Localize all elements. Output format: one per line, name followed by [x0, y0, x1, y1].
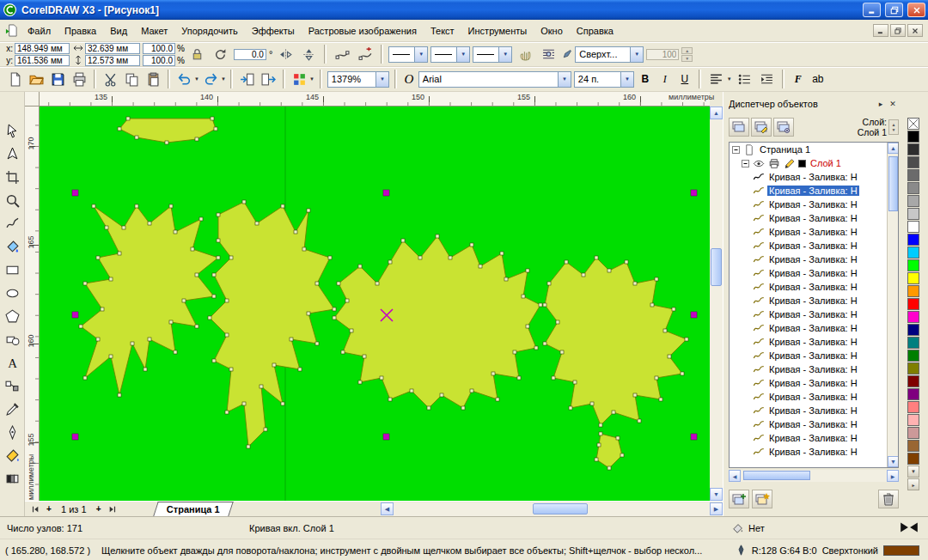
rotation-angle-input[interactable]	[234, 49, 266, 60]
horizontal-scroll-thumb[interactable]	[533, 503, 588, 514]
undo-button[interactable]	[174, 70, 194, 89]
object-tree-item[interactable]: Кривая - Заливка: Н	[730, 266, 898, 280]
copy-button[interactable]	[122, 70, 142, 89]
convert-to-curves-button[interactable]	[332, 44, 352, 64]
docker-flyout-button[interactable]: ▸	[875, 98, 887, 110]
object-tree-item[interactable]: Кривая - Заливка: Н	[730, 184, 898, 198]
reduce-nodes-button[interactable]	[355, 44, 375, 64]
print-button[interactable]	[70, 70, 89, 89]
palette-swatch[interactable]	[907, 440, 919, 452]
mirror-vertical-button[interactable]	[298, 44, 319, 64]
italic-button[interactable]: I	[656, 70, 674, 88]
palette-swatch[interactable]	[907, 234, 919, 246]
palette-swatch[interactable]	[907, 298, 919, 310]
palette-swatch[interactable]	[907, 221, 919, 233]
palette-swatch[interactable]	[907, 311, 919, 323]
palette-swatch[interactable]	[907, 259, 919, 271]
outline-pen-tool[interactable]	[3, 423, 22, 441]
palette-swatch[interactable]	[907, 388, 919, 400]
zoom-tool[interactable]	[3, 191, 22, 210]
tree-scroll-left-button[interactable]: ◀	[729, 470, 741, 482]
object-tree-item[interactable]: Кривая - Заливка: Н	[730, 362, 898, 376]
menu-item-2[interactable]: Вид	[103, 20, 134, 41]
undo-dropdown-icon[interactable]: ▼	[194, 76, 199, 82]
crop-tool[interactable]	[3, 167, 22, 186]
object-tree-item[interactable]: Кривая - Заливка: Н	[730, 307, 898, 321]
palette-swatch[interactable]	[907, 143, 919, 155]
menu-item-6[interactable]: Растровые изображения	[302, 20, 424, 41]
add-page-after-button[interactable]: +	[92, 502, 106, 515]
end-arrowhead-combo[interactable]: ▼	[473, 46, 512, 63]
tree-horizontal-scrollbar[interactable]: ◀ ▶	[729, 470, 899, 482]
object-tree-item[interactable]: Кривая - Заливка: Н	[730, 376, 898, 390]
object-tree-item[interactable]: Кривая - Заливка: Н	[730, 445, 898, 459]
palette-swatch[interactable]	[907, 195, 919, 207]
object-tree-item[interactable]: Кривая - Заливка: Н	[730, 294, 898, 307]
tree-page-node[interactable]: Страница 1	[730, 143, 898, 156]
polygon-tool[interactable]	[3, 307, 22, 326]
tree-layer-node[interactable]: Слой 1	[730, 156, 898, 170]
scroll-left-button[interactable]: ◀	[381, 502, 394, 515]
interactive-fill-tool[interactable]	[3, 469, 22, 488]
eyedropper-tool[interactable]	[3, 399, 22, 418]
save-button[interactable]	[48, 70, 68, 89]
scale-x-input[interactable]	[143, 43, 175, 54]
object-tree-item[interactable]: Кривая - Заливка: Н	[730, 198, 898, 211]
bold-button[interactable]: B	[637, 70, 654, 88]
palette-swatch[interactable]	[907, 247, 919, 259]
basic-shapes-tool[interactable]	[3, 330, 22, 349]
font-family-combo[interactable]: Arial▼	[418, 71, 571, 88]
printable-icon[interactable]	[767, 157, 780, 169]
new-master-layer-button[interactable]	[752, 490, 772, 508]
new-layer-button[interactable]	[729, 490, 749, 508]
collapse-icon[interactable]	[732, 146, 740, 154]
tree-scroll-thumb[interactable]	[888, 156, 898, 211]
vertical-scrollbar[interactable]: ▲ ▼	[710, 107, 723, 501]
scroll-down-button[interactable]: ▼	[710, 488, 723, 501]
mdi-minimize-button[interactable]	[873, 24, 888, 37]
tree-hscroll-thumb[interactable]	[743, 471, 810, 480]
edit-across-layers-button[interactable]	[751, 118, 772, 137]
y-position-input[interactable]	[15, 55, 70, 66]
drawing-canvas[interactable]	[40, 107, 710, 501]
indent-button[interactable]	[757, 70, 777, 89]
restore-button[interactable]	[885, 3, 903, 17]
object-tree-item[interactable]: Кривая - Заливка: Н	[730, 390, 898, 404]
paste-button[interactable]	[143, 70, 163, 89]
palette-swatch[interactable]	[907, 156, 919, 168]
character-formatting-button[interactable]: F	[790, 70, 807, 88]
docker-close-button[interactable]: ✕	[887, 98, 899, 110]
start-arrowhead-combo[interactable]: ▼	[388, 46, 428, 63]
page-tab[interactable]: Страница 1	[153, 502, 233, 516]
lock-ratio-button[interactable]	[187, 44, 208, 64]
menu-item-10[interactable]: Справка	[570, 20, 620, 41]
palette-swatch[interactable]	[907, 350, 919, 362]
layer-color-chip[interactable]	[798, 160, 806, 167]
fill-tool[interactable]	[3, 446, 22, 465]
tree-scroll-down-button[interactable]: ▼	[888, 456, 899, 467]
menu-item-8[interactable]: Инструменты	[461, 20, 534, 41]
palette-swatch[interactable]	[907, 375, 919, 387]
wrap-text-button[interactable]	[538, 44, 559, 64]
first-page-button[interactable]	[28, 502, 42, 515]
palette-swatch[interactable]	[907, 453, 919, 465]
collapse-icon[interactable]	[742, 160, 749, 167]
outline-style-combo[interactable]: ▼	[430, 46, 470, 63]
palette-swatch[interactable]	[907, 337, 919, 349]
palette-swatch[interactable]	[907, 131, 919, 143]
delete-button[interactable]	[878, 490, 899, 508]
selected-curve-object[interactable]	[40, 107, 710, 501]
zoom-level-combo[interactable]: 1379%▼	[327, 71, 389, 88]
palette-swatch[interactable]	[907, 362, 919, 374]
object-tree-item[interactable]: Кривая - Заливка: Н	[730, 321, 898, 335]
new-button[interactable]	[5, 70, 25, 89]
menu-item-3[interactable]: Макет	[134, 20, 174, 41]
mirror-horizontal-button[interactable]	[275, 44, 296, 64]
width-input[interactable]	[85, 43, 140, 54]
menu-item-0[interactable]: Файл	[21, 20, 58, 41]
object-tree-item[interactable]: Кривая - Заливка: Н	[730, 170, 898, 184]
mdi-restore-button[interactable]	[890, 24, 906, 37]
horizontal-scrollbar[interactable]: ◀ ▶	[381, 502, 723, 516]
object-tree-item[interactable]: Кривая - Заливка: Н	[730, 239, 898, 253]
curve-tool[interactable]	[3, 214, 22, 233]
